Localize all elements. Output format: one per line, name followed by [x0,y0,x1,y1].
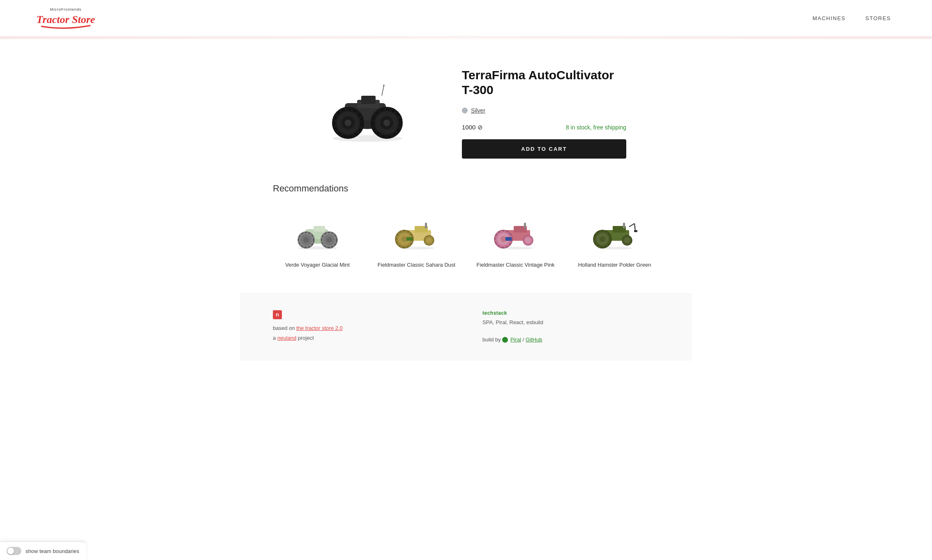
svg-point-11 [345,120,351,126]
svg-point-15 [383,120,390,126]
color-selector: Silver [462,107,626,114]
neuland-link[interactable]: neuland [277,335,296,341]
footer-inner: n based on the tractor store 2.0 a neula… [240,293,692,361]
site-header: MicroFrontends Tractor Store MACHINES ST… [0,0,932,37]
stock-status: 8 in stock, free shipping [566,124,626,131]
recommendations-title: Recommendations [273,183,659,194]
price-row: 1000 ⊘ 8 in stock, free shipping [462,124,626,131]
svg-point-27 [326,237,332,243]
svg-point-7 [383,85,385,86]
rec-card-4[interactable]: Holland Hamster Polder Green [570,207,659,269]
techstack-label: techstack [482,310,659,316]
toggle-label: show team boundaries [25,548,79,554]
rec-image-2 [372,207,461,256]
build-by: build by Piral / GitHub [482,335,659,344]
color-label[interactable]: Silver [471,107,485,114]
nav-machines[interactable]: MACHINES [804,12,854,25]
rec-title-2: Fieldmaster Classic Sahara Dust [372,261,461,269]
svg-rect-51 [505,237,512,241]
product-section: TerraFirma AutoCultivator T-300 Silver 1… [240,39,692,175]
main-nav: MACHINES STORES [804,12,899,25]
svg-rect-40 [406,237,413,241]
rec-title-4: Holland Hamster Polder Green [570,261,659,269]
team-boundaries-toggle[interactable] [7,547,21,555]
recommendations-section: Recommendations [240,175,692,293]
product-main-image [320,78,415,144]
logo-area: MicroFrontends Tractor Store [33,5,99,31]
product-price: 1000 ⊘ [462,124,483,131]
rec-card-1[interactable]: Verde Voyager Glacial Mint [273,207,362,269]
color-swatch [462,108,468,113]
rec-title-1: Verde Voyager Glacial Mint [273,261,362,269]
svg-line-6 [382,86,384,96]
svg-rect-58 [634,230,637,232]
svg-text:MicroFrontends: MicroFrontends [50,7,82,12]
rec-card-2[interactable]: Fieldmaster Classic Sahara Dust [372,207,461,269]
svg-point-18 [332,135,402,142]
svg-rect-21 [314,226,325,232]
neuland-icon: n [273,310,282,319]
svg-point-61 [600,236,605,242]
github-link[interactable]: GitHub [526,336,542,343]
svg-point-50 [525,237,531,243]
add-to-cart-button[interactable]: ADD TO CART [462,139,626,159]
bottom-bar: show team boundaries [0,542,86,560]
site-footer: n based on the tractor store 2.0 a neula… [0,293,932,361]
tractor-store-link[interactable]: the tractor store 2.0 [296,325,343,331]
rec-image-3 [471,207,560,256]
svg-line-57 [634,224,635,231]
product-details: TerraFirma AutoCultivator T-300 Silver 1… [462,64,626,159]
footer-right: techstack SPA, Piral, React, esbuild bui… [482,310,659,344]
rec-title-3: Fieldmaster Classic Vintage Pink [471,261,560,269]
footer-based-on: based on the tractor store 2.0 a neuland… [273,323,450,343]
svg-text:Tractor Store: Tractor Store [37,14,95,25]
footer-left: n based on the tractor store 2.0 a neula… [273,310,450,344]
rec-image-4 [570,207,659,256]
piral-dot-icon [502,337,508,343]
logo-svg: MicroFrontends Tractor Store [33,5,99,31]
rec-card-3[interactable]: Fieldmaster Classic Vintage Pink [471,207,560,269]
piral-link[interactable]: Piral [510,336,521,343]
nav-stores[interactable]: STORES [857,12,899,25]
product-image-area [306,64,429,159]
svg-rect-33 [425,223,427,228]
toggle-thumb [7,548,14,554]
svg-line-56 [629,224,634,227]
svg-rect-44 [524,223,526,228]
svg-point-39 [426,237,432,243]
svg-rect-55 [623,223,625,228]
svg-point-36 [401,236,407,242]
svg-rect-5 [361,96,376,104]
rec-image-1 [273,207,362,256]
svg-point-64 [624,237,630,243]
svg-point-47 [501,236,506,242]
footer-logo: n [273,310,450,319]
recommendations-grid: Verde Voyager Glacial Mint [273,207,659,269]
product-title: TerraFirma AutoCultivator T-300 [462,68,626,97]
svg-point-24 [303,237,309,243]
techstack-value: SPA, Piral, React, esbuild [482,318,659,327]
